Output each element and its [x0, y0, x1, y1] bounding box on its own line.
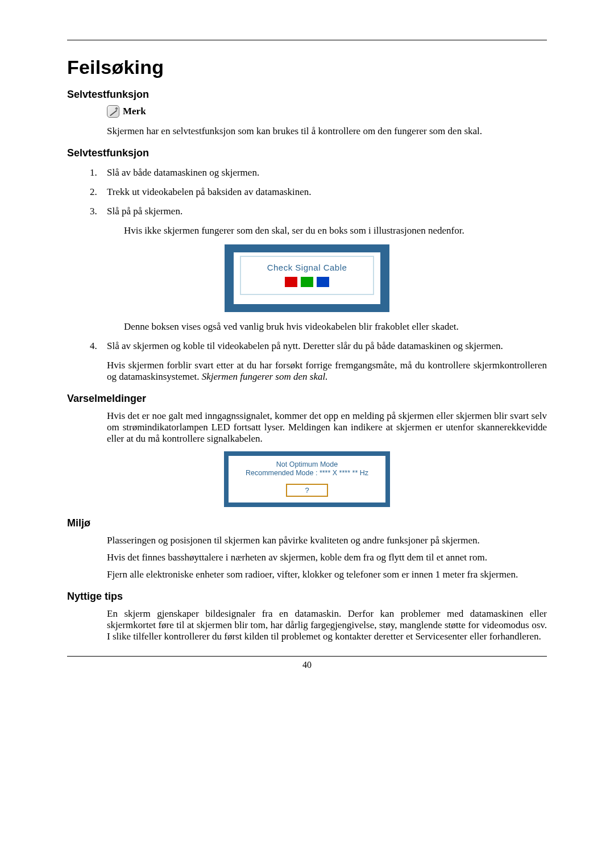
heading-varselmeldinger: Varselmeldinger — [67, 393, 547, 405]
after-fig1: Denne boksen vises også ved vanlig bruk … — [124, 321, 547, 333]
fig2-line1: Not Optimum Mode — [232, 460, 382, 468]
fig1-text: Check Signal Cable — [241, 263, 373, 272]
step-2-text: Trekk ut videokabelen på baksiden av dat… — [107, 186, 547, 198]
page-number: 40 — [67, 660, 547, 670]
step-4-text: Slå av skjermen og koble til videokabele… — [107, 340, 547, 352]
step-1-text: Slå av både datamaskinen og skjermen. — [107, 167, 547, 178]
color-square-green — [301, 277, 313, 287]
steps-list-cont: 4. Slå av skjermen og koble til videokab… — [90, 340, 547, 352]
heading-selvtest-1: Selvtestfunksjon — [67, 89, 547, 101]
document-page: Feilsøking Selvtestfunksjon Merk Skjerme… — [0, 0, 614, 868]
note-label: Merk — [123, 106, 146, 117]
color-square-red — [285, 277, 297, 287]
figure-not-optimum-mode: Not Optimum Mode Recommended Mode : ****… — [224, 451, 390, 507]
page-title: Feilsøking — [67, 56, 547, 78]
step-4: 4. Slå av skjermen og koble til videokab… — [90, 340, 547, 352]
step-3-text: Slå på på skjermen. — [107, 206, 547, 217]
step-3: 3. Slå på på skjermen. — [90, 206, 547, 217]
heading-nyttige-tips: Nyttige tips — [67, 591, 547, 603]
step-1: 1. Slå av både datamaskinen og skjermen. — [90, 167, 547, 178]
after-step3: Hvis ikke skjermen fungerer som den skal… — [124, 225, 547, 236]
note-icon — [107, 105, 119, 118]
miljo-p3: Fjern alle elektroniske enheter som radi… — [107, 569, 547, 580]
color-square-blue — [317, 277, 329, 287]
figure-check-signal-cable: Check Signal Cable — [225, 244, 389, 312]
closing-text-b: Skjermen fungerer som den skal. — [202, 371, 328, 382]
miljo-p1: Plasseringen og posisjonen til skjermen … — [107, 535, 547, 546]
selvtest-intro: Skjermen har en selvtestfunksjon som kan… — [107, 126, 547, 137]
varsel-para: Hvis det er noe galt med inngagnssignale… — [107, 410, 547, 445]
rule-top — [67, 40, 547, 40]
rule-bottom — [67, 656, 547, 657]
selvtest-closing: Hvis skjermen forblir svart etter at du … — [107, 360, 547, 383]
miljo-p2: Hvis det finnes basshøyttalere i nærhete… — [107, 552, 547, 563]
steps-list: 1. Slå av både datamaskinen og skjermen.… — [90, 167, 547, 217]
heading-selvtest-2: Selvtestfunksjon — [67, 147, 547, 159]
step-2: 2. Trekk ut videokabelen på baksiden av … — [90, 186, 547, 198]
fig2-line2: Recommended Mode : **** X **** ** Hz — [232, 469, 382, 477]
tips-p1: En skjerm gjenskaper bildesignaler fra e… — [107, 608, 547, 642]
heading-miljo: Miljø — [67, 517, 547, 529]
note-row: Merk — [107, 105, 547, 118]
fig2-button: ? — [286, 484, 328, 497]
